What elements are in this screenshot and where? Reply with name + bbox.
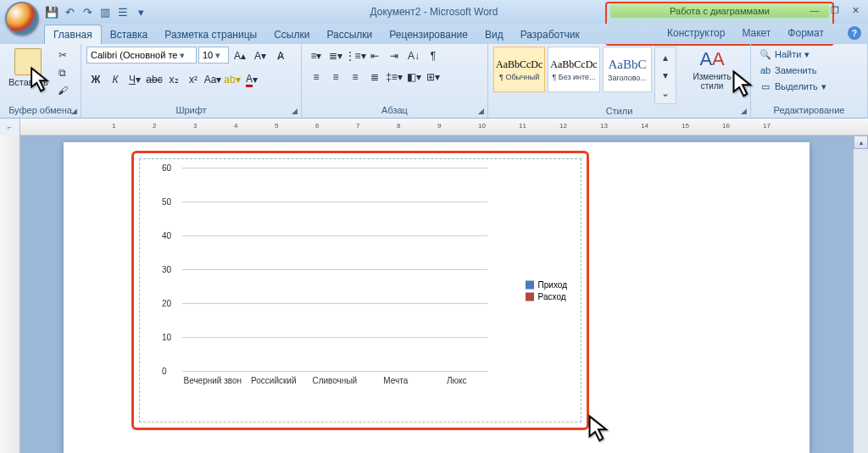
- tab-view[interactable]: Вид: [476, 25, 512, 44]
- cursor-icon: [587, 414, 604, 436]
- tab-pagelayout[interactable]: Разметка страницы: [156, 25, 265, 44]
- strikethrough-icon[interactable]: abc: [145, 70, 164, 89]
- tab-chart-format[interactable]: Формат: [779, 24, 832, 42]
- italic-icon[interactable]: К: [106, 70, 125, 89]
- multilevel-list-icon[interactable]: ⋮≡▾: [346, 47, 364, 65]
- chart-legend[interactable]: ПриходРасход: [526, 278, 567, 304]
- group-paragraph: ≡▾ ≣▾ ⋮≡▾ ⇤ ⇥ A↓ ¶ ≡ ≡ ≡ ≣ ‡≡▾ ◧▾ ⊞▾ Абз…: [302, 44, 488, 118]
- justify-icon[interactable]: ≣: [365, 68, 384, 86]
- minimize-button[interactable]: —: [807, 3, 822, 17]
- style-name: ¶ Обычный: [499, 73, 539, 81]
- font-name-combo[interactable]: Calibri (Основной те▾: [86, 47, 197, 64]
- vertical-scrollbar[interactable]: ▴: [853, 135, 868, 453]
- window-title: Документ2 - Microsoft Word: [370, 6, 498, 18]
- borders-icon[interactable]: ⊞▾: [424, 68, 442, 86]
- tab-chart-layout[interactable]: Макет: [733, 24, 779, 42]
- x-axis-label: Сливочный: [301, 376, 369, 385]
- qat-item[interactable]: ▥: [97, 4, 113, 19]
- shrink-font-icon[interactable]: A▾: [251, 47, 270, 65]
- restore-button[interactable]: ❐: [827, 3, 843, 17]
- sort-icon[interactable]: A↓: [404, 47, 423, 65]
- show-marks-icon[interactable]: ¶: [424, 47, 442, 65]
- find-label: Найти: [775, 49, 801, 59]
- styles-row-up-icon[interactable]: ▴: [657, 49, 674, 66]
- page-viewport[interactable]: 0102030405060Вечерний звонРоссийскийСлив…: [20, 135, 853, 453]
- bold-icon[interactable]: Ж: [86, 70, 105, 89]
- highlight-icon[interactable]: ab▾: [223, 70, 242, 89]
- find-button[interactable]: 🔍Найти▾: [756, 47, 830, 62]
- group-editing: 🔍Найти▾ abЗаменить ▭Выделить▾ Редактиров…: [751, 44, 868, 118]
- tab-chart-design[interactable]: Конструктор: [659, 24, 733, 42]
- chevron-down-icon: ▾: [821, 81, 826, 92]
- chart-selection-frame: 0102030405060Вечерний звонРоссийскийСлив…: [131, 151, 589, 430]
- save-icon[interactable]: 💾: [44, 4, 59, 19]
- subscript-icon[interactable]: x₂: [164, 70, 183, 89]
- clear-formatting-icon[interactable]: A̷: [271, 47, 290, 65]
- tab-insert[interactable]: Вставка: [102, 25, 157, 44]
- dialog-launcher-icon[interactable]: ◢: [69, 106, 79, 116]
- style-nospacing[interactable]: AaBbCcDc ¶ Без инте...: [548, 47, 599, 92]
- increase-indent-icon[interactable]: ⇥: [385, 47, 403, 65]
- font-size-combo[interactable]: 10▾: [198, 47, 229, 64]
- style-preview: AaBbCcDc: [496, 58, 542, 71]
- legend-label: Приход: [538, 280, 567, 290]
- qat-item[interactable]: ☰: [115, 4, 131, 19]
- qat-dropdown-icon[interactable]: ▾: [133, 4, 148, 19]
- select-icon: ▭: [760, 80, 771, 92]
- style-heading1[interactable]: AaBbC Заголово...: [603, 47, 653, 92]
- group-label: Редактирование: [756, 103, 862, 117]
- underline-icon[interactable]: Ч▾: [125, 70, 144, 89]
- legend-item[interactable]: Приход: [526, 280, 567, 290]
- copy-icon[interactable]: ⧉: [54, 64, 71, 81]
- tab-review[interactable]: Рецензирование: [381, 25, 476, 44]
- chart-object[interactable]: 0102030405060Вечерний звонРоссийскийСлив…: [139, 158, 581, 423]
- paste-button[interactable]: Вставить: [5, 47, 52, 89]
- group-label: Стили: [493, 104, 745, 118]
- chart-plot-area[interactable]: 0102030405060Вечерний звонРоссийскийСлив…: [182, 168, 487, 371]
- select-button[interactable]: ▭Выделить▾: [756, 79, 830, 94]
- undo-icon[interactable]: ↶: [62, 4, 77, 19]
- align-right-icon[interactable]: ≡: [346, 68, 364, 86]
- style-name: Заголово...: [608, 74, 647, 82]
- tab-references[interactable]: Ссылки: [265, 25, 318, 44]
- ribbon-tabs: Главная Вставка Разметка страницы Ссылки…: [0, 24, 868, 44]
- styles-row-down-icon[interactable]: ▾: [657, 67, 674, 84]
- office-button[interactable]: [5, 2, 39, 36]
- replace-button[interactable]: abЗаменить: [756, 63, 830, 78]
- close-button[interactable]: ✕: [848, 3, 863, 17]
- superscript-icon[interactable]: x²: [184, 70, 203, 89]
- format-painter-icon[interactable]: 🖌: [54, 82, 71, 99]
- horizontal-ruler[interactable]: ⌐ 1234567891011121314151617: [0, 119, 868, 135]
- align-left-icon[interactable]: ≡: [307, 68, 326, 86]
- decrease-indent-icon[interactable]: ⇤: [365, 47, 384, 65]
- grow-font-icon[interactable]: A▴: [231, 47, 249, 65]
- tab-home[interactable]: Главная: [44, 25, 102, 44]
- legend-item[interactable]: Расход: [526, 292, 567, 301]
- vertical-ruler[interactable]: [0, 135, 20, 453]
- x-axis-label: Мечта: [362, 376, 430, 385]
- font-color-icon[interactable]: A▾: [242, 70, 261, 89]
- legend-label: Расход: [538, 292, 566, 301]
- help-button[interactable]: ?: [848, 26, 861, 40]
- chevron-down-icon: ▾: [213, 50, 223, 61]
- tab-mailings[interactable]: Рассылки: [318, 25, 381, 44]
- dialog-launcher-icon[interactable]: ◢: [738, 106, 748, 116]
- tab-developer[interactable]: Разработчик: [512, 25, 588, 44]
- shading-icon[interactable]: ◧▾: [404, 68, 423, 86]
- change-case-icon[interactable]: Aa▾: [203, 70, 222, 89]
- redo-icon[interactable]: ↷: [80, 4, 95, 19]
- cut-icon[interactable]: ✂: [54, 47, 71, 64]
- change-styles-label: Изменить стили: [682, 72, 742, 91]
- context-group-title: Работа с диаграммами: [610, 4, 829, 18]
- style-normal[interactable]: AaBbCcDc ¶ Обычный: [493, 47, 545, 92]
- bullets-icon[interactable]: ≡▾: [307, 47, 326, 65]
- numbering-icon[interactable]: ≣▾: [326, 47, 345, 65]
- change-styles-button[interactable]: AA Изменить стили: [679, 47, 745, 92]
- dialog-launcher-icon[interactable]: ◢: [476, 106, 486, 116]
- scroll-up-icon[interactable]: ▴: [854, 135, 868, 149]
- line-spacing-icon[interactable]: ‡≡▾: [385, 68, 403, 86]
- font-size-value: 10: [203, 50, 213, 60]
- align-center-icon[interactable]: ≡: [326, 68, 345, 86]
- styles-more-icon[interactable]: ⌄: [657, 85, 674, 102]
- dialog-launcher-icon[interactable]: ◢: [289, 106, 299, 116]
